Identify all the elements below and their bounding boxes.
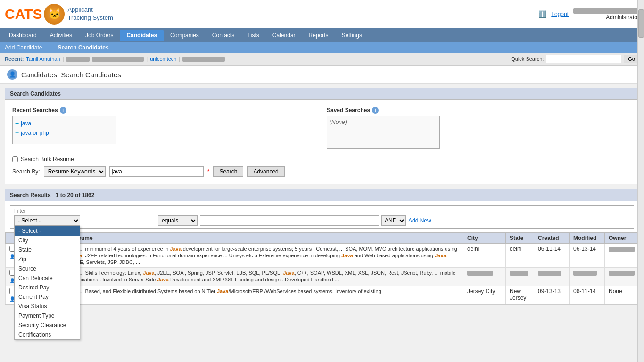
search-by-label: Search By:: [12, 168, 40, 175]
filter-option-select[interactable]: - Select -: [15, 226, 80, 236]
quick-search-area: Quick Search: Go: [511, 55, 639, 63]
row-2-city: [463, 268, 506, 286]
search-button[interactable]: Search: [213, 166, 243, 177]
scrollbar[interactable]: [637, 0, 644, 362]
search-by-select[interactable]: Resume Keywords Name Email Phone Locatio…: [44, 166, 106, 177]
filter-option-state[interactable]: State: [15, 245, 80, 255]
nav-item-dashboard[interactable]: Dashboard: [2, 30, 43, 41]
recent-search-java[interactable]: + java: [15, 119, 113, 128]
filter-value-input[interactable]: [200, 215, 379, 226]
sub-nav: Add Candidate | Search Candidates: [0, 42, 644, 53]
row-1-state: delhi: [506, 244, 534, 268]
nav-item-contacts[interactable]: Contacts: [206, 30, 241, 41]
nav-item-candidates[interactable]: Candidates: [120, 30, 164, 41]
logout-link[interactable]: Logout: [551, 11, 569, 17]
page-title: Candidates: Search Candidates: [21, 71, 121, 79]
search-form-content: Recent Searches i + java + java or php: [5, 100, 639, 184]
filter-option-zip[interactable]: Zip: [15, 255, 80, 264]
col-header-modified[interactable]: Modified: [570, 233, 605, 244]
filter-option-current-pay[interactable]: Current Pay: [15, 292, 80, 302]
search-candidates-section: Search Candidates Recent Searches i + ja…: [5, 88, 639, 184]
nav-item-calendar[interactable]: Calendar: [266, 30, 302, 41]
filter-option-city[interactable]: City: [15, 236, 80, 245]
nav-item-reports[interactable]: Reports: [302, 30, 335, 41]
subnav-add-candidate[interactable]: Add Candidate: [5, 44, 42, 51]
plus-icon-2: +: [15, 129, 19, 137]
filter-dropdown-menu: - Select - City State Zip Source Can Rel…: [14, 226, 80, 340]
col-header-created[interactable]: Created: [534, 233, 570, 244]
saved-searches-info-icon[interactable]: i: [372, 107, 379, 114]
row-3-resume-text: ... Based, and Flexible distributed Syst…: [79, 288, 381, 294]
recent-name-1[interactable]: Tamil Amuthan: [26, 56, 60, 62]
filter-option-certifications[interactable]: Certifications: [15, 330, 80, 339]
results-section: Search Results 1 to 20 of 1862 Filter - …: [5, 189, 639, 305]
row-3-city: Jersey City: [463, 286, 506, 304]
row-2-modified: [570, 268, 605, 286]
table-row: 👤 🔍 ... Based, and Flexible distributed …: [6, 286, 639, 304]
nav-item-companies[interactable]: Companies: [164, 30, 206, 41]
saved-searches-group: Saved Searches i (None): [327, 107, 632, 149]
filter-field-select[interactable]: - Select - City State Zip Source Can Rel…: [14, 215, 80, 226]
results-table: Name ▾ Resume City State Created Modifie…: [5, 232, 639, 304]
blurred-state-2: [510, 271, 528, 276]
scroll-thumb[interactable]: [638, 9, 644, 38]
page-icon: 👤: [7, 69, 17, 80]
blurred-modified-2: [573, 271, 597, 276]
filter-label: Filter: [14, 208, 630, 214]
search-keyword-input[interactable]: [109, 166, 204, 177]
bulk-resume-checkbox[interactable]: [12, 156, 18, 162]
nav-item-job-orders[interactable]: Job Orders: [79, 30, 120, 41]
filter-option-security[interactable]: Security Clearance: [15, 321, 80, 330]
filter-option-source[interactable]: Source: [15, 264, 80, 273]
filter-operator-select[interactable]: equals contains not equals: [158, 215, 198, 226]
blurred-owner-1: [609, 247, 635, 252]
row-1-resume: 🔍 ... minimum of 4 years of experience i…: [67, 244, 463, 268]
nav-item-settings[interactable]: Settings: [335, 30, 369, 41]
filter-select-container: - Select - City State Zip Source Can Rel…: [14, 215, 80, 226]
filter-option-desired-pay[interactable]: Desired Pay: [15, 283, 80, 292]
recent-search-java-php[interactable]: + java or php: [15, 128, 113, 138]
blurred-city-2: [467, 271, 493, 276]
table-row: 👤 🔍 ... minimum of 4 years of experience…: [6, 244, 639, 268]
required-star: *: [207, 168, 210, 175]
admin-blurred: [573, 8, 639, 14]
nav-item-lists[interactable]: Lists: [241, 30, 266, 41]
col-header-resume[interactable]: Resume: [67, 233, 463, 244]
searches-row: Recent Searches i + java + java or php: [12, 107, 632, 149]
nav-item-activities[interactable]: Activities: [43, 30, 79, 41]
filter-option-visa-status[interactable]: Visa Status: [15, 302, 80, 311]
quick-search-input[interactable]: [546, 55, 621, 63]
results-heading: Search Results: [10, 192, 51, 198]
filter-and-or-select[interactable]: AND OR: [381, 215, 406, 226]
app-header: CATS 🐱 Applicant Tracking System ℹ️ Logo…: [0, 0, 644, 28]
row-2-resume: 🔍 ... Skills Technology: Linux, Java, J2…: [67, 268, 463, 286]
row-2-owner: [605, 268, 639, 286]
filter-option-can-relocate[interactable]: Can Relocate: [15, 273, 80, 283]
row-3-resume: 🔍 ... Based, and Flexible distributed Sy…: [67, 286, 463, 304]
filter-option-payment-type[interactable]: Payment Type: [15, 311, 80, 321]
recent-searches-info-icon[interactable]: i: [60, 107, 66, 114]
logo-cats-text: CATS: [5, 6, 42, 22]
col-header-owner[interactable]: Owner: [605, 233, 639, 244]
add-new-filter-link[interactable]: Add New: [408, 217, 431, 224]
table-row: 👤 🔍 ... Skills Technology: Linux, Java, …: [6, 268, 639, 286]
advanced-button[interactable]: Advanced: [247, 166, 284, 177]
saved-searches-none: (None): [330, 119, 347, 125]
recent-name-2[interactable]: unicomtech: [150, 56, 176, 62]
recent-label: Recent:: [5, 56, 24, 62]
search-by-row: Search By: Resume Keywords Name Email Ph…: [12, 166, 632, 177]
search-section-header: Search Candidates: [5, 88, 639, 100]
row-2-created: [534, 268, 570, 286]
filter-box: Filter - Select - City State Zip Source …: [10, 205, 634, 229]
saved-searches-box: (None): [327, 116, 440, 149]
row-1-resume-text: ... minimum of 4 years of experience in …: [71, 246, 457, 265]
plus-icon-1: +: [15, 120, 19, 127]
recent-search-java-php-label[interactable]: java or php: [21, 130, 49, 136]
recent-searches-label: Recent Searches i: [12, 107, 317, 114]
col-header-city[interactable]: City: [463, 233, 506, 244]
col-header-state[interactable]: State: [506, 233, 534, 244]
results-header: Search Results 1 to 20 of 1862: [5, 189, 639, 201]
row-2-resume-text: ... Skills Technology: Linux, Java, J2EE…: [71, 270, 455, 282]
recent-search-java-label[interactable]: java: [21, 120, 31, 127]
subnav-search-candidates[interactable]: Search Candidates: [58, 44, 109, 51]
